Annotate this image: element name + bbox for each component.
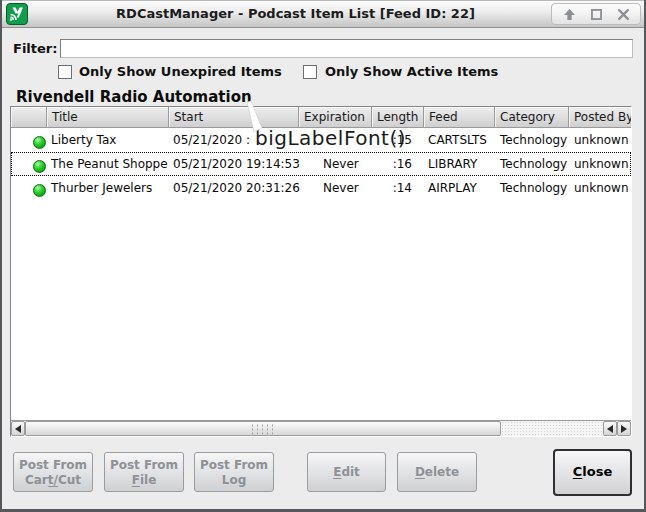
scrollbar-thumb[interactable] (25, 421, 501, 436)
filter-label: Filter: (13, 41, 57, 56)
maximize-icon[interactable] (589, 7, 603, 21)
only-show-active-checkbox[interactable] (303, 65, 317, 79)
podcast-item-table: Title Start Expiration Length Feed Categ… (10, 106, 632, 437)
scrollbar-trough[interactable] (501, 421, 603, 436)
close-window-icon[interactable] (616, 7, 630, 21)
col-length[interactable]: Length (372, 107, 424, 128)
active-status-icon (33, 160, 46, 173)
shade-icon[interactable] (562, 7, 576, 21)
col-expiration[interactable]: Expiration (299, 107, 372, 128)
col-status[interactable] (11, 107, 47, 128)
table-row[interactable]: Thurber Jewelers 05/21/2020 20:31:26 Nev… (11, 176, 631, 200)
post-from-cartcut-button[interactable]: Post From Cart/Cut (13, 452, 93, 492)
rivendell-app-icon[interactable] (6, 3, 28, 25)
only-show-active-label: Only Show Active Items (325, 64, 498, 79)
scroll-left-icon[interactable] (603, 421, 617, 436)
post-from-file-button[interactable]: Post From File (104, 452, 184, 492)
active-status-icon (33, 184, 46, 197)
col-category[interactable]: Category (495, 107, 569, 128)
col-feed[interactable]: Feed (424, 107, 495, 128)
only-show-unexpired-checkbox[interactable] (58, 65, 72, 79)
table-row-selected[interactable]: The Peanut Shoppe 05/21/2020 19:14:53 Ne… (11, 152, 631, 176)
only-show-unexpired-label: Only Show Unexpired Items (79, 64, 282, 79)
window-controls (551, 3, 641, 25)
thumb-grip (250, 423, 276, 434)
filter-input[interactable] (60, 39, 633, 58)
close-button[interactable]: Close (553, 449, 632, 496)
scroll-left-icon[interactable] (11, 421, 25, 436)
col-start[interactable]: Start (169, 107, 299, 128)
table-header: Title Start Expiration Length Feed Categ… (11, 107, 631, 128)
active-status-icon (33, 136, 46, 149)
scroll-right-icon[interactable] (617, 421, 631, 436)
edit-button[interactable]: Edit (307, 452, 386, 492)
biglabelfont-annotation: bigLabelFont() (255, 126, 406, 150)
rdcastmanager-window: RDCastManager - Podcast Item List [Feed … (0, 0, 646, 512)
horizontal-scrollbar[interactable] (11, 420, 631, 436)
col-title[interactable]: Title (47, 107, 169, 128)
post-from-log-button[interactable]: Post From Log (194, 452, 274, 492)
feed-heading: Rivendell Radio Automation (16, 88, 252, 106)
window-title: RDCastManager - Podcast Item List [Feed … (30, 0, 561, 28)
titlebar[interactable]: RDCastManager - Podcast Item List [Feed … (0, 0, 646, 28)
delete-button[interactable]: Delete (397, 452, 477, 492)
col-posted-by[interactable]: Posted By (569, 107, 631, 128)
